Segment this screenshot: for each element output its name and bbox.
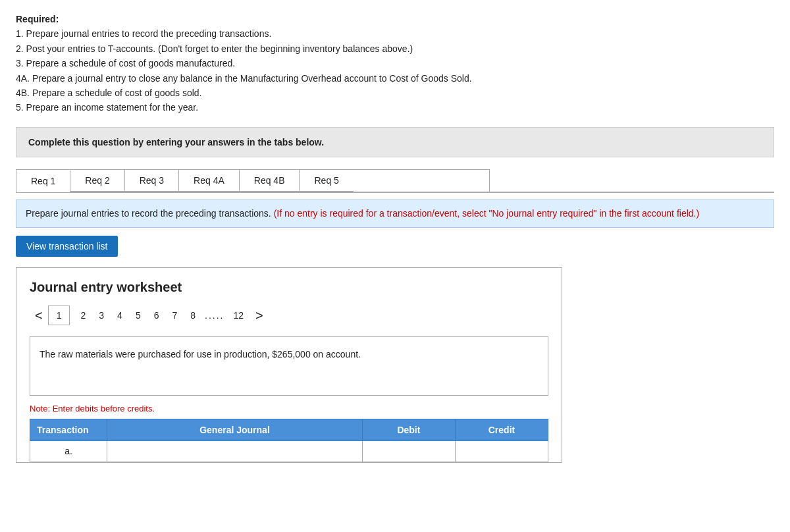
worksheet-title: Journal entry worksheet [30, 280, 548, 295]
required-item-1: 1. Prepare journal entries to record the… [16, 26, 774, 41]
info-box: Prepare journal entries to record the pr… [16, 200, 774, 228]
note-text: Note: Enter debits before credits. [30, 404, 548, 413]
col-header-general-journal: General Journal [107, 419, 363, 440]
required-item-4b: 4B. Prepare a schedule of cost of goods … [16, 86, 774, 100]
page-dots: ..... [202, 306, 226, 325]
prev-page-button[interactable]: < [30, 306, 48, 326]
view-transaction-button[interactable]: View transaction list [16, 236, 118, 257]
tabs-container: Req 1 Req 2 Req 3 Req 4A Req 4B Req 5 [16, 169, 490, 192]
col-header-debit: Debit [362, 419, 455, 440]
page-1-button[interactable]: 1 [48, 306, 70, 325]
tab-req5[interactable]: Req 5 [300, 170, 353, 192]
tab-req1[interactable]: Req 1 [16, 171, 70, 192]
tab-req4a[interactable]: Req 4A [179, 170, 240, 192]
page-4-button[interactable]: 4 [111, 306, 129, 325]
col-header-credit: Credit [455, 419, 548, 440]
instruction-text: Complete this question by entering your … [28, 137, 324, 147]
page-2-button[interactable]: 2 [74, 306, 92, 325]
next-page-button[interactable]: > [250, 306, 269, 326]
tabs-divider [16, 192, 774, 193]
instruction-box: Complete this question by entering your … [16, 127, 774, 157]
col-header-transaction: Transaction [30, 419, 107, 440]
required-heading: Required: [16, 14, 59, 24]
required-item-3: 3. Prepare a schedule of cost of goods m… [16, 56, 774, 70]
required-item-5: 5. Prepare an income statement for the y… [16, 100, 774, 115]
debit-cell[interactable] [362, 440, 455, 462]
credit-cell[interactable] [455, 440, 548, 462]
transaction-desc-text: The raw materials were purchased for use… [40, 349, 361, 359]
page-5-button[interactable]: 5 [129, 306, 147, 325]
worksheet-container: Journal entry worksheet < 1 2 3 4 5 6 7 … [16, 267, 562, 463]
page-7-button[interactable]: 7 [165, 306, 184, 325]
required-item-4a: 4A. Prepare a journal entry to close any… [16, 71, 774, 86]
required-section: Required: 1. Prepare journal entries to … [16, 12, 774, 115]
page-8-button[interactable]: 8 [184, 306, 202, 325]
page-6-button[interactable]: 6 [147, 306, 166, 325]
transaction-cell: a. [30, 440, 107, 462]
general-journal-input[interactable] [114, 446, 356, 456]
table-row: a. [30, 440, 548, 462]
debit-input[interactable] [369, 446, 448, 456]
page-3-button[interactable]: 3 [92, 306, 111, 325]
journal-table: Transaction General Journal Debit Credit… [30, 419, 548, 462]
general-journal-cell[interactable] [107, 440, 363, 462]
transaction-desc-box: The raw materials were purchased for use… [30, 336, 548, 396]
tab-req2[interactable]: Req 2 [70, 170, 124, 192]
tab-req3[interactable]: Req 3 [125, 170, 179, 192]
nav-row: < 1 2 3 4 5 6 7 8 ..... 12 > [30, 306, 548, 326]
info-main-text: Prepare journal entries to record the pr… [26, 208, 274, 219]
info-red-text: (If no entry is required for a transacti… [274, 208, 699, 219]
tab-req4b[interactable]: Req 4B [240, 170, 300, 192]
credit-input[interactable] [462, 446, 541, 456]
page-12-button[interactable]: 12 [227, 306, 251, 325]
required-item-2: 2. Post your entries to T-accounts. (Don… [16, 41, 774, 56]
